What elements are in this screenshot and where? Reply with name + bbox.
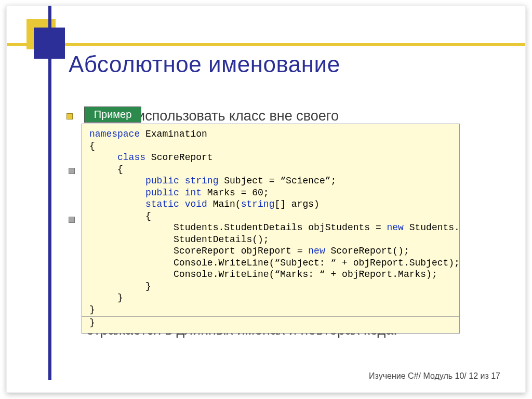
code-example-box: namespace Examination { class ScoreRepor… [82,124,460,334]
bullet-square-icon [69,217,75,223]
example-badge: Пример [84,107,141,123]
bullet-1-visible-fragment: ет использовать класс вне своего [119,108,339,124]
bullet-square-icon [69,168,75,174]
code-box-separator: } [82,316,459,329]
bullet-square-icon [66,113,73,119]
vertical-accent-line [48,6,51,380]
slide-title: Абсолютное именование [69,51,340,77]
code-block: namespace Examination { class ScoreRepor… [89,128,452,315]
footer-text: Изучение C#/ Модуль 10/ 12 из 17 [369,371,500,381]
horizontal-accent-line [7,43,525,46]
slide-card: Абсолютное именование Примет использоват… [6,5,526,393]
